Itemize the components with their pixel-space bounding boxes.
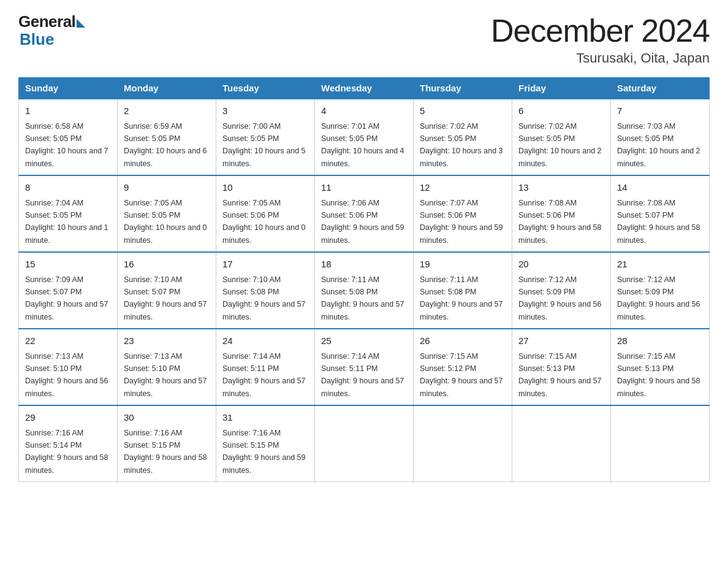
day-info: Sunrise: 7:10 AMSunset: 5:07 PMDaylight:… — [124, 275, 207, 321]
day-info: Sunrise: 7:14 AMSunset: 5:11 PMDaylight:… — [321, 352, 404, 398]
day-info: Sunrise: 7:08 AMSunset: 5:06 PMDaylight:… — [518, 199, 602, 245]
calendar-header-monday: Monday — [118, 78, 216, 99]
title-block: December 2024 Tsurusaki, Oita, Japan — [491, 12, 710, 66]
day-number: 27 — [518, 334, 604, 348]
day-info: Sunrise: 7:15 AMSunset: 5:12 PMDaylight:… — [420, 352, 503, 398]
calendar-week-row-5: 29Sunrise: 7:16 AMSunset: 5:14 PMDayligh… — [19, 405, 710, 482]
day-info: Sunrise: 7:05 AMSunset: 5:06 PMDaylight:… — [222, 199, 306, 245]
day-info: Sunrise: 7:12 AMSunset: 5:09 PMDaylight:… — [518, 275, 602, 321]
day-number: 5 — [420, 104, 506, 118]
day-number: 22 — [25, 334, 111, 348]
calendar-cell-23: 23Sunrise: 7:13 AMSunset: 5:10 PMDayligh… — [118, 329, 216, 405]
logo-blue-text: Blue — [18, 30, 54, 49]
day-info: Sunrise: 7:16 AMSunset: 5:15 PMDaylight:… — [222, 429, 306, 475]
day-number: 1 — [25, 104, 111, 118]
day-number: 18 — [321, 258, 407, 272]
calendar-cell-5: 5Sunrise: 7:02 AMSunset: 5:05 PMDaylight… — [414, 99, 512, 175]
calendar-cell-empty — [611, 405, 710, 482]
day-number: 23 — [124, 334, 210, 348]
day-number: 29 — [25, 411, 111, 425]
logo-general-text: General — [18, 12, 75, 31]
calendar-header-friday: Friday — [512, 78, 611, 99]
calendar-header-saturday: Saturday — [611, 78, 710, 99]
day-info: Sunrise: 7:16 AMSunset: 5:14 PMDaylight:… — [25, 429, 108, 475]
day-info: Sunrise: 7:12 AMSunset: 5:09 PMDaylight:… — [617, 275, 700, 321]
day-info: Sunrise: 7:11 AMSunset: 5:08 PMDaylight:… — [321, 275, 404, 321]
calendar-cell-4: 4Sunrise: 7:01 AMSunset: 5:05 PMDaylight… — [315, 99, 414, 175]
day-info: Sunrise: 7:00 AMSunset: 5:05 PMDaylight:… — [222, 122, 306, 168]
day-info: Sunrise: 7:11 AMSunset: 5:08 PMDaylight:… — [420, 275, 503, 321]
calendar-cell-18: 18Sunrise: 7:11 AMSunset: 5:08 PMDayligh… — [315, 252, 414, 329]
day-number: 20 — [518, 258, 604, 272]
calendar-cell-16: 16Sunrise: 7:10 AMSunset: 5:07 PMDayligh… — [118, 252, 216, 329]
day-number: 11 — [321, 181, 407, 195]
logo-triangle-icon — [77, 19, 85, 28]
calendar-header-thursday: Thursday — [414, 78, 512, 99]
day-info: Sunrise: 7:07 AMSunset: 5:06 PMDaylight:… — [420, 199, 503, 245]
calendar-cell-9: 9Sunrise: 7:05 AMSunset: 5:05 PMDaylight… — [118, 175, 216, 252]
day-number: 15 — [25, 258, 111, 272]
calendar-cell-10: 10Sunrise: 7:05 AMSunset: 5:06 PMDayligh… — [216, 175, 315, 252]
day-number: 13 — [518, 181, 604, 195]
day-info: Sunrise: 7:04 AMSunset: 5:05 PMDaylight:… — [25, 199, 108, 245]
day-number: 12 — [420, 181, 506, 195]
day-number: 28 — [617, 334, 703, 348]
calendar-cell-30: 30Sunrise: 7:16 AMSunset: 5:15 PMDayligh… — [118, 405, 216, 482]
day-number: 10 — [222, 181, 308, 195]
calendar-cell-25: 25Sunrise: 7:14 AMSunset: 5:11 PMDayligh… — [315, 329, 414, 405]
calendar-cell-8: 8Sunrise: 7:04 AMSunset: 5:05 PMDaylight… — [19, 175, 118, 252]
day-info: Sunrise: 7:09 AMSunset: 5:07 PMDaylight:… — [25, 275, 108, 321]
calendar-week-row-2: 8Sunrise: 7:04 AMSunset: 5:05 PMDaylight… — [19, 175, 710, 252]
calendar-cell-24: 24Sunrise: 7:14 AMSunset: 5:11 PMDayligh… — [216, 329, 315, 405]
calendar-header-wednesday: Wednesday — [315, 78, 414, 99]
calendar-cell-31: 31Sunrise: 7:16 AMSunset: 5:15 PMDayligh… — [216, 405, 315, 482]
calendar-cell-27: 27Sunrise: 7:15 AMSunset: 5:13 PMDayligh… — [512, 329, 611, 405]
day-number: 31 — [222, 411, 308, 425]
day-number: 19 — [420, 258, 506, 272]
calendar-cell-3: 3Sunrise: 7:00 AMSunset: 5:05 PMDaylight… — [216, 99, 315, 175]
day-number: 16 — [124, 258, 210, 272]
day-number: 6 — [518, 104, 604, 118]
calendar-cell-2: 2Sunrise: 6:59 AMSunset: 5:05 PMDaylight… — [118, 99, 216, 175]
day-number: 8 — [25, 181, 111, 195]
calendar-cell-21: 21Sunrise: 7:12 AMSunset: 5:09 PMDayligh… — [611, 252, 710, 329]
calendar-cell-12: 12Sunrise: 7:07 AMSunset: 5:06 PMDayligh… — [414, 175, 512, 252]
calendar-cell-1: 1Sunrise: 6:58 AMSunset: 5:05 PMDaylight… — [19, 99, 118, 175]
day-number: 17 — [222, 258, 308, 272]
day-info: Sunrise: 6:58 AMSunset: 5:05 PMDaylight:… — [25, 122, 108, 168]
calendar-header-tuesday: Tuesday — [216, 78, 315, 99]
day-number: 3 — [222, 104, 308, 118]
day-number: 30 — [124, 411, 210, 425]
day-info: Sunrise: 7:02 AMSunset: 5:05 PMDaylight:… — [518, 122, 602, 168]
day-info: Sunrise: 7:14 AMSunset: 5:11 PMDaylight:… — [222, 352, 306, 398]
day-number: 26 — [420, 334, 506, 348]
calendar-week-row-4: 22Sunrise: 7:13 AMSunset: 5:10 PMDayligh… — [19, 329, 710, 405]
day-info: Sunrise: 7:16 AMSunset: 5:15 PMDaylight:… — [124, 429, 207, 475]
calendar-cell-22: 22Sunrise: 7:13 AMSunset: 5:10 PMDayligh… — [19, 329, 118, 405]
calendar-cell-14: 14Sunrise: 7:08 AMSunset: 5:07 PMDayligh… — [611, 175, 710, 252]
calendar-cell-28: 28Sunrise: 7:15 AMSunset: 5:13 PMDayligh… — [611, 329, 710, 405]
day-number: 4 — [321, 104, 407, 118]
day-number: 9 — [124, 181, 210, 195]
calendar-cell-26: 26Sunrise: 7:15 AMSunset: 5:12 PMDayligh… — [414, 329, 512, 405]
calendar-cell-13: 13Sunrise: 7:08 AMSunset: 5:06 PMDayligh… — [512, 175, 611, 252]
day-info: Sunrise: 7:13 AMSunset: 5:10 PMDaylight:… — [124, 352, 207, 398]
day-info: Sunrise: 7:13 AMSunset: 5:10 PMDaylight:… — [25, 352, 108, 398]
calendar-week-row-3: 15Sunrise: 7:09 AMSunset: 5:07 PMDayligh… — [19, 252, 710, 329]
calendar-header-sunday: Sunday — [19, 78, 118, 99]
day-info: Sunrise: 6:59 AMSunset: 5:05 PMDaylight:… — [124, 122, 207, 168]
day-info: Sunrise: 7:10 AMSunset: 5:08 PMDaylight:… — [222, 275, 306, 321]
day-info: Sunrise: 7:01 AMSunset: 5:05 PMDaylight:… — [321, 122, 404, 168]
day-number: 24 — [222, 334, 308, 348]
day-number: 7 — [617, 104, 703, 118]
calendar-cell-19: 19Sunrise: 7:11 AMSunset: 5:08 PMDayligh… — [414, 252, 512, 329]
calendar-cell-empty — [414, 405, 512, 482]
day-info: Sunrise: 7:06 AMSunset: 5:06 PMDaylight:… — [321, 199, 404, 245]
calendar-cell-11: 11Sunrise: 7:06 AMSunset: 5:06 PMDayligh… — [315, 175, 414, 252]
day-info: Sunrise: 7:02 AMSunset: 5:05 PMDaylight:… — [420, 122, 503, 168]
day-number: 25 — [321, 334, 407, 348]
calendar-cell-empty — [315, 405, 414, 482]
day-info: Sunrise: 7:15 AMSunset: 5:13 PMDaylight:… — [617, 352, 700, 398]
calendar-cell-29: 29Sunrise: 7:16 AMSunset: 5:14 PMDayligh… — [19, 405, 118, 482]
day-info: Sunrise: 7:05 AMSunset: 5:05 PMDaylight:… — [124, 199, 207, 245]
